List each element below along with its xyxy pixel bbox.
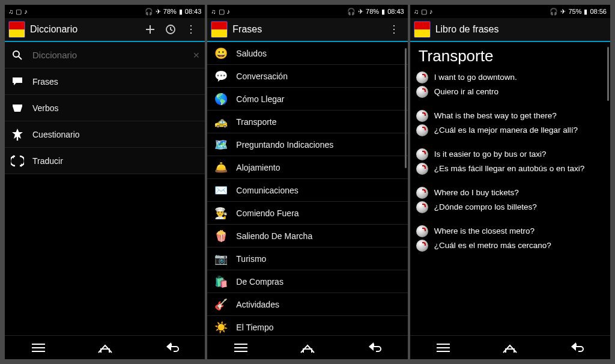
phrase-spanish-row[interactable]: ¿Cuál es el metro más cercano? xyxy=(416,238,604,253)
category-row[interactable]: ✉️Comunicaciones xyxy=(207,179,407,202)
menu-label: Cuestionario xyxy=(32,130,80,139)
category-row[interactable]: ☀️El Tiempo xyxy=(207,316,407,335)
phrase-english-row[interactable]: Is it easier to go by bus or taxi? xyxy=(416,147,604,162)
category-icon: 🗺️ xyxy=(213,137,229,153)
phrase-group: Where is the closest metro?¿Cuál es el m… xyxy=(410,224,610,262)
menu-list: ✕ Frases Verbos Cuestionario Traducir xyxy=(5,42,205,335)
phrase-spanish-row[interactable]: ¿Es más fácil llegar en autobús o en tax… xyxy=(416,162,604,176)
nav-back-button[interactable] xyxy=(563,339,590,356)
nav-menu-button[interactable] xyxy=(430,339,456,356)
add-button[interactable] xyxy=(140,19,160,40)
speaker-icon[interactable] xyxy=(416,163,428,175)
phrase-english-row[interactable]: What is the best way to get there? xyxy=(416,109,604,123)
phrase-english-row[interactable]: Where is the closest metro? xyxy=(416,224,604,238)
speaker-icon[interactable] xyxy=(416,201,428,213)
menu-item-cuestionario[interactable]: Cuestionario xyxy=(5,121,205,148)
speaker-icon[interactable] xyxy=(416,148,428,160)
nav-bar xyxy=(410,335,610,359)
nav-menu-button[interactable] xyxy=(25,339,52,356)
category-list[interactable]: 😀Saludos💬Conversación🌎Cómo Llegar🚕Transp… xyxy=(207,42,407,335)
category-row[interactable]: 🍿Saliendo De Marcha xyxy=(207,225,407,247)
category-icon: 🛍️ xyxy=(213,274,229,290)
phrase-group: Where do I buy tickets?¿Dónde compro los… xyxy=(410,186,610,224)
phrase-spanish-row[interactable]: ¿Cuál es la mejor manera de llegar allí? xyxy=(416,123,604,138)
search-row[interactable]: ✕ xyxy=(5,42,205,68)
category-label: Conversación xyxy=(236,71,288,81)
phrase-group: What is the best way to get there?¿Cuál … xyxy=(410,109,610,147)
phrase-english: Where is the closest metro? xyxy=(434,226,535,237)
category-row[interactable]: 🌎Cómo Llegar xyxy=(207,88,407,111)
menu-label: Traducir xyxy=(32,156,63,166)
svg-rect-1 xyxy=(190,25,192,26)
nav-bar xyxy=(207,335,407,359)
app-icon[interactable] xyxy=(211,21,228,38)
category-label: Comunicaciones xyxy=(236,186,298,195)
battery-text: 78% xyxy=(163,8,177,15)
menu-item-frases[interactable]: Frases xyxy=(5,68,205,95)
menu-item-traducir[interactable]: Traducir xyxy=(5,148,205,174)
svg-rect-8 xyxy=(393,32,395,34)
music-icon-2: ♪ xyxy=(227,8,231,15)
speaker-icon[interactable] xyxy=(416,86,428,98)
square-icon: ▢ xyxy=(16,8,22,16)
scrollbar[interactable] xyxy=(607,47,609,101)
category-label: Alojamiento xyxy=(236,163,280,172)
airplane-icon: ✈ xyxy=(560,8,566,16)
overflow-menu-button[interactable] xyxy=(384,19,404,40)
search-input[interactable] xyxy=(32,50,193,60)
category-row[interactable]: 🛎️Alojamiento xyxy=(207,156,407,179)
nav-home-button[interactable] xyxy=(92,339,118,356)
phrase-english: Is it easier to go by bus or taxi? xyxy=(434,149,547,160)
history-button[interactable] xyxy=(160,19,181,40)
star-icon xyxy=(10,127,25,142)
nav-back-button[interactable] xyxy=(159,339,185,356)
nav-home-button[interactable] xyxy=(497,339,523,356)
category-row[interactable]: 😀Saludos xyxy=(207,42,407,65)
loop-icon xyxy=(10,153,25,169)
scrollbar[interactable] xyxy=(405,48,407,168)
phrase-english-row[interactable]: I want to go downtown. xyxy=(416,70,604,85)
category-row[interactable]: 📷Turismo xyxy=(207,247,407,270)
category-row[interactable]: 🎸Actividades xyxy=(207,293,407,316)
speaker-icon[interactable] xyxy=(416,71,428,83)
speaker-icon[interactable] xyxy=(416,110,428,122)
category-icon: 🚕 xyxy=(213,114,229,130)
menu-label: Verbos xyxy=(32,103,59,113)
nav-menu-button[interactable] xyxy=(228,339,254,356)
clear-icon[interactable]: ✕ xyxy=(193,50,200,60)
category-row[interactable]: 🛍️De Compras xyxy=(207,270,407,293)
speaker-icon[interactable] xyxy=(416,240,428,252)
battery-icon: ▮ xyxy=(381,8,385,16)
speaker-icon[interactable] xyxy=(416,225,428,237)
category-row[interactable]: 👨‍🍳Comiendo Fuera xyxy=(207,202,407,225)
phrase-spanish: ¿Cuál es la mejor manera de llegar allí? xyxy=(434,125,578,136)
category-row[interactable]: 💬Conversación xyxy=(207,65,407,88)
phrase-spanish-row[interactable]: ¿Dónde compro los billetes? xyxy=(416,200,604,214)
speaker-icon[interactable] xyxy=(416,187,428,199)
category-row[interactable]: 🚕Transporte xyxy=(207,111,407,133)
category-icon: 😀 xyxy=(213,46,229,61)
category-icon: 📷 xyxy=(213,251,229,267)
phrase-spanish-row[interactable]: Quiero ir al centro xyxy=(416,85,604,99)
airplane-icon: ✈ xyxy=(156,8,161,16)
music-icon-2: ♪ xyxy=(24,8,28,15)
category-icon: 🍿 xyxy=(213,228,229,244)
nav-bar xyxy=(5,335,205,359)
overflow-menu-button[interactable] xyxy=(181,19,201,40)
nav-back-button[interactable] xyxy=(361,339,387,356)
app-icon[interactable] xyxy=(414,21,431,38)
nav-home-button[interactable] xyxy=(294,339,321,356)
square-icon: ▢ xyxy=(421,8,427,16)
menu-item-verbos[interactable]: Verbos xyxy=(5,95,205,121)
category-icon: 👨‍🍳 xyxy=(213,205,229,221)
speaker-icon[interactable] xyxy=(416,124,428,136)
svg-rect-6 xyxy=(393,25,395,26)
app-icon[interactable] xyxy=(8,21,25,38)
category-label: Comiendo Fuera xyxy=(236,208,298,218)
phrase-english-row[interactable]: Where do I buy tickets? xyxy=(416,186,604,200)
action-bar: Diccionario xyxy=(5,18,205,42)
category-label: Saludos xyxy=(236,49,267,58)
battery-text: 75% xyxy=(568,8,581,15)
headphones-icon: 🎧 xyxy=(145,8,153,16)
category-row[interactable]: 🗺️Preguntando Indicaciones xyxy=(207,133,407,156)
